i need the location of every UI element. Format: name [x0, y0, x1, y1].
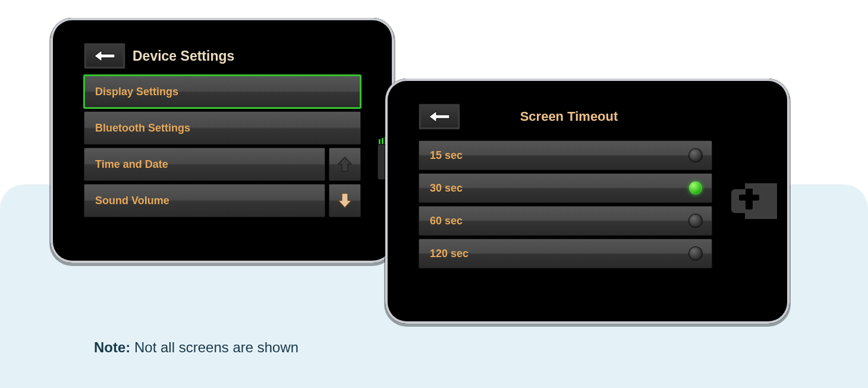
- back-arrow-icon: [93, 49, 116, 62]
- arrow-down-icon: [337, 192, 353, 209]
- option-label: 60 sec: [430, 215, 463, 227]
- menu-item-bluetooth-settings[interactable]: Bluetooth Settings: [84, 111, 361, 145]
- option-label: 30 sec: [430, 182, 463, 195]
- footnote-prefix: Note:: [94, 339, 130, 355]
- device-frame-timeout: Screen Timeout 15 sec 30 sec 60 sec 120 …: [385, 79, 790, 324]
- page-title: Screen Timeout: [467, 109, 712, 124]
- settings-menu: Display Settings Bluetooth Settings Time…: [84, 75, 361, 217]
- arrow-up-icon: [337, 156, 353, 173]
- timeout-options: 15 sec 30 sec 60 sec 120 sec: [419, 140, 712, 268]
- page-title: Device Settings: [133, 48, 234, 64]
- screen-timeout: Screen Timeout 15 sec 30 sec 60 sec 120 …: [419, 101, 712, 301]
- footnote: Note: Not all screens are shown: [94, 339, 298, 356]
- radio-indicator: [689, 149, 702, 162]
- radio-indicator: [689, 247, 702, 260]
- hardware-logo: [731, 189, 767, 213]
- option-15-sec[interactable]: 15 sec: [419, 140, 712, 170]
- scroll-down-button[interactable]: [329, 184, 361, 217]
- header: Screen Timeout: [419, 101, 712, 136]
- menu-item-display-settings[interactable]: Display Settings: [84, 75, 361, 108]
- screen-settings: Device Settings Display Settings Bluetoo…: [84, 40, 361, 240]
- option-60-sec[interactable]: 60 sec: [419, 206, 712, 236]
- header: Device Settings: [84, 40, 361, 75]
- menu-item-sound-volume[interactable]: Sound Volume: [84, 184, 325, 217]
- menu-item-label: Bluetooth Settings: [95, 122, 190, 134]
- menu-item-time-and-date[interactable]: Time and Date: [84, 148, 325, 181]
- scroll-up-button[interactable]: [329, 148, 361, 181]
- back-button[interactable]: [419, 104, 460, 130]
- menu-item-label: Sound Volume: [95, 195, 169, 207]
- option-label: 15 sec: [430, 149, 463, 162]
- menu-item-label: Time and Date: [95, 158, 168, 171]
- back-arrow-icon: [428, 110, 451, 123]
- option-30-sec[interactable]: 30 sec: [419, 173, 712, 203]
- device-frame-settings: Device Settings Display Settings Bluetoo…: [51, 18, 394, 263]
- footnote-text: Not all screens are shown: [130, 339, 298, 355]
- back-button[interactable]: [84, 43, 125, 69]
- radio-indicator: [689, 214, 702, 227]
- option-120-sec[interactable]: 120 sec: [419, 239, 712, 268]
- radio-indicator-selected: [689, 182, 702, 195]
- menu-item-label: Display Settings: [95, 86, 178, 98]
- option-label: 120 sec: [430, 248, 468, 260]
